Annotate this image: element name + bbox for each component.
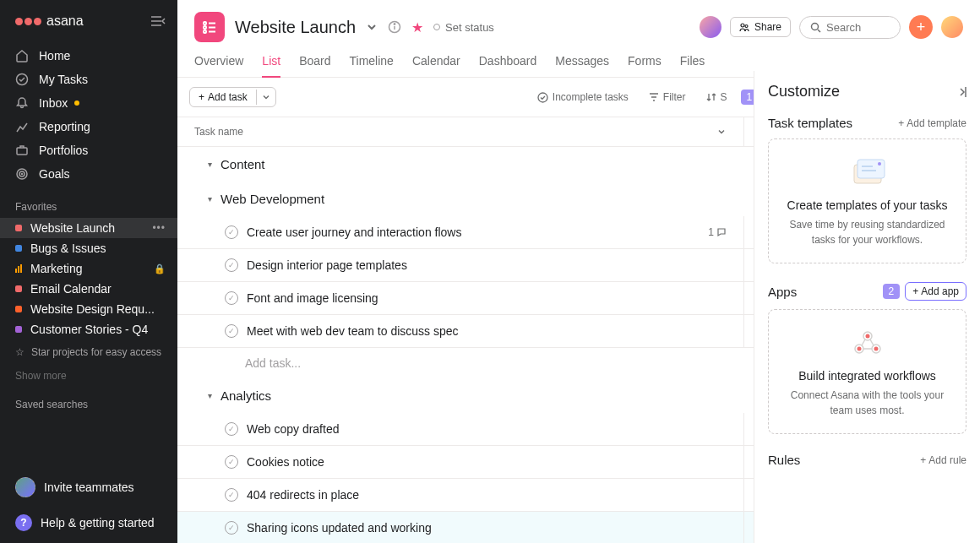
more-icon[interactable]: ••• (152, 222, 166, 234)
apps-promo-sub: Connect Asana with the tools your team u… (781, 388, 954, 418)
add-rule-button[interactable]: + Add rule (920, 454, 966, 466)
set-status[interactable]: Set status (433, 21, 494, 34)
comment-count[interactable]: 1 (708, 226, 727, 238)
nav-portfolios[interactable]: Portfolios (0, 138, 177, 162)
complete-checkbox[interactable] (225, 488, 238, 502)
section-name: Analytics (220, 388, 271, 403)
tab-timeline[interactable]: Timeline (350, 54, 394, 77)
svg-rect-7 (204, 30, 206, 33)
plus-icon: + (898, 117, 904, 129)
add-task-main[interactable]: + Add task (190, 88, 256, 106)
svg-point-15 (745, 25, 748, 28)
section-name: Web Development (220, 192, 324, 206)
lock-icon: 🔒 (154, 263, 166, 274)
help-getting-started[interactable]: ? Help & getting started (0, 506, 177, 543)
tab-overview[interactable]: Overview (194, 54, 243, 77)
tab-forms[interactable]: Forms (628, 54, 662, 77)
nav-goals[interactable]: Goals (0, 162, 177, 186)
plus-icon: + (920, 454, 926, 466)
home-icon (15, 49, 29, 62)
favorite-label: Email Calendar (30, 282, 166, 296)
favorite-email-calendar[interactable]: Email Calendar (0, 279, 177, 299)
user-avatar[interactable] (941, 16, 963, 38)
favorite-label: Marketing (30, 262, 145, 275)
share-button[interactable]: Share (730, 17, 791, 37)
complete-checkbox[interactable] (225, 225, 238, 239)
filter-button[interactable]: Filter (642, 88, 693, 106)
templates-promo-sub: Save time by reusing standardized tasks … (781, 217, 954, 247)
color-bullet (15, 306, 22, 312)
add-task-dropdown[interactable] (256, 90, 275, 105)
project-header: Website Launch ★ Set status Share (177, 0, 980, 46)
chevron-down-icon[interactable] (716, 127, 727, 137)
col-task-name: Task name (177, 117, 743, 146)
favorite-customer-stories-q4[interactable]: Customer Stories - Q4 (0, 319, 177, 339)
nav-home[interactable]: Home (0, 44, 177, 68)
add-app-button[interactable]: + Add app (905, 282, 966, 301)
favorite-website-design-requ-[interactable]: Website Design Requ... (0, 299, 177, 319)
favorite-website-launch[interactable]: Website Launch••• (0, 218, 177, 238)
task-title: Font and image licensing (247, 291, 727, 305)
plus-icon: + (199, 91, 204, 103)
color-bullet (15, 245, 22, 252)
complete-checkbox[interactable] (225, 422, 238, 436)
sidebar-collapse-icon[interactable] (150, 15, 166, 27)
task-title: Web copy drafted (247, 422, 727, 436)
section-name: Content (220, 157, 265, 171)
sort-button[interactable]: S (700, 88, 734, 106)
panel-collapse-icon[interactable] (953, 86, 966, 98)
templates-promo[interactable]: Create templates of your tasks Save time… (768, 138, 966, 263)
templates-heading: Task templates (768, 116, 852, 130)
nav-label: My Tasks (39, 73, 88, 86)
nav-reporting[interactable]: Reporting (0, 115, 177, 138)
tab-calendar[interactable]: Calendar (412, 54, 460, 77)
rules-section: Rules + Add rule (768, 453, 966, 467)
task-title: Sharing icons updated and working (247, 521, 727, 535)
tab-board[interactable]: Board (299, 54, 330, 77)
svg-rect-6 (204, 26, 206, 29)
invite-teammates[interactable]: Invite teammates (0, 469, 177, 506)
filter-icon (649, 92, 659, 102)
bell-icon (15, 96, 29, 110)
apps-promo[interactable]: Build integrated workflows Connect Asana… (768, 309, 966, 434)
incomplete-filter[interactable]: Incomplete tasks (531, 88, 635, 106)
favorites-label: Favorites (0, 189, 177, 218)
svg-point-26 (878, 162, 881, 166)
complete-checkbox[interactable] (225, 291, 238, 305)
target-icon (15, 167, 29, 181)
tab-list[interactable]: List (262, 54, 280, 78)
favorite-marketing[interactable]: Marketing🔒 (0, 258, 177, 279)
svg-rect-25 (858, 160, 885, 178)
tab-messages[interactable]: Messages (555, 54, 609, 77)
rules-heading: Rules (768, 453, 800, 467)
project-dropdown-icon[interactable] (366, 21, 378, 33)
logo[interactable]: asana (15, 14, 84, 29)
complete-checkbox[interactable] (225, 455, 238, 469)
svg-point-33 (857, 347, 861, 351)
nav-my-tasks[interactable]: My Tasks (0, 68, 177, 91)
star-icon[interactable]: ★ (411, 19, 423, 35)
info-icon[interactable] (388, 20, 401, 34)
nav-inbox[interactable]: Inbox (0, 91, 177, 115)
tour-badge-2: 2 (883, 284, 901, 299)
member-avatar[interactable] (700, 16, 721, 38)
tab-dashboard[interactable]: Dashboard (479, 54, 537, 77)
project-icon (194, 12, 225, 42)
favorite-label: Bugs & Issues (30, 242, 166, 255)
svg-rect-5 (204, 22, 206, 24)
svg-line-17 (818, 30, 820, 32)
apps-illustration-icon (842, 325, 893, 359)
favorite-bugs-issues[interactable]: Bugs & Issues (0, 238, 177, 258)
sidebar-header: asana (0, 0, 177, 41)
color-bullet (15, 285, 22, 292)
complete-checkbox[interactable] (225, 258, 238, 272)
search-input[interactable] (826, 21, 885, 34)
show-more[interactable]: Show more (0, 365, 177, 387)
people-icon (739, 22, 749, 32)
tab-files[interactable]: Files (680, 54, 705, 77)
add-template-button[interactable]: + Add template (898, 117, 966, 129)
complete-checkbox[interactable] (225, 324, 238, 338)
search-box[interactable] (799, 16, 901, 39)
global-add-button[interactable]: + (909, 15, 933, 39)
complete-checkbox[interactable] (225, 521, 238, 535)
